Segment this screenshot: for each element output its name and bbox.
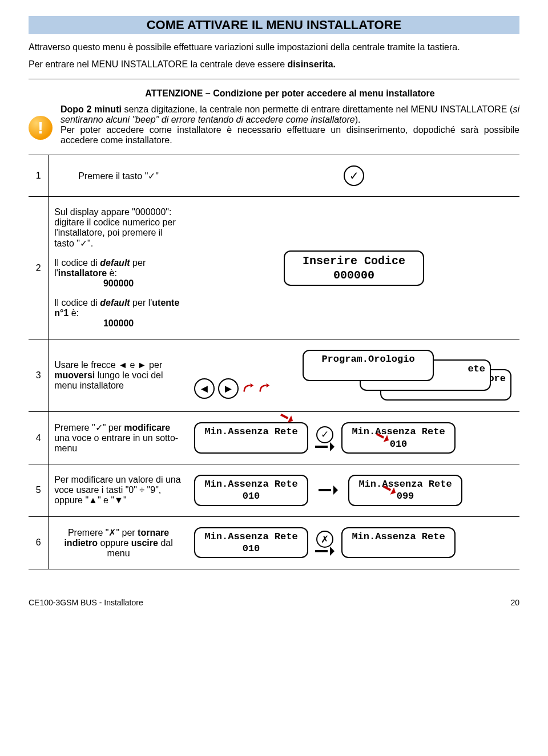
step-number: 6 bbox=[29, 516, 49, 569]
table-row: 6 Premere "✗" per tornare indietro oppur… bbox=[29, 516, 519, 569]
warn-p1b: senza digitazione, la centrale non perme… bbox=[122, 104, 513, 114]
intro-paragraph-2: Per entrare nel MENU INSTALLATORE la cen… bbox=[29, 59, 519, 70]
lcd-display: Min.Assenza Rete 010 bbox=[194, 527, 308, 559]
lcd-display: Min.Assenza Rete 010 bbox=[341, 422, 456, 454]
table-row: 5 Per modificare un valore di una voce u… bbox=[29, 464, 519, 517]
lcd-display: Min.Assenza Rete 099 bbox=[348, 475, 462, 506]
table-row: 1 Premere il tasto "✓" ✓ bbox=[29, 155, 519, 197]
txt: default bbox=[100, 298, 130, 308]
step-3-desc: Usare le frecce ◄ e ► per muoversi lungo… bbox=[49, 339, 188, 412]
step-number: 1 bbox=[29, 155, 49, 197]
step-1-graphic: ✓ bbox=[188, 155, 519, 197]
lcd-line1: Min.Assenza Rete bbox=[204, 479, 297, 490]
left-key-icon: ◄ bbox=[194, 378, 215, 399]
txt: è: bbox=[107, 268, 117, 278]
action-mid: ✗ bbox=[312, 531, 338, 555]
lcd-line2: 000000 bbox=[292, 268, 416, 282]
lcd-line1: Inserire Codice bbox=[292, 254, 416, 268]
curved-arrow-icon bbox=[258, 382, 271, 395]
page-footer: CE100-3GSM BUS - Installatore 20 bbox=[0, 581, 548, 613]
txt: Premere "✓" per bbox=[54, 423, 124, 432]
check-key-icon: ✓ bbox=[316, 426, 333, 443]
lcd-line1: ete bbox=[468, 363, 485, 374]
lcd-line2: 010 bbox=[347, 438, 450, 450]
warning-box: ATTENZIONE – Condizione per poter accede… bbox=[29, 88, 519, 145]
lcd-line1: Min.Assenza Rete bbox=[352, 426, 445, 437]
step-5-graphic: Min.Assenza Rete 010 Min.Assenza Rete 09… bbox=[188, 464, 519, 517]
txt: è: bbox=[68, 308, 79, 318]
step-4-graphic: Min.Assenza Rete ✓ Min.Assenza Rete 010 bbox=[188, 412, 519, 464]
step2-block3: Il codice di default per l'utente n°1 è:… bbox=[54, 298, 183, 329]
arrow-right-icon bbox=[315, 443, 335, 450]
table-row: 4 Premere "✓" per modificare una voce o … bbox=[29, 412, 519, 464]
step2-block1: Sul display appare "000000": digitare il… bbox=[54, 207, 183, 249]
table-row: 2 Sul display appare "000000": digitare … bbox=[29, 197, 519, 339]
step-2-desc: Sul display appare "000000": digitare il… bbox=[49, 197, 188, 339]
intro2-pre: Per entrare nel MENU INSTALLATORE la cen… bbox=[29, 59, 288, 69]
lcd-line2: 010 bbox=[200, 490, 303, 502]
action-mid: ✓ bbox=[312, 426, 338, 450]
step2-block2: Il codice di default per l'installatore … bbox=[54, 258, 183, 289]
step-6-desc: Premere "✗" per tornare indietro oppure … bbox=[49, 516, 188, 569]
txt: Usare le frecce ◄ e ► per bbox=[54, 360, 162, 370]
lcd-display: Min.Assenza Rete 010 bbox=[194, 475, 308, 506]
txt: Premere "✗" per bbox=[68, 528, 138, 537]
lcd-display: Program.Orologio bbox=[303, 350, 434, 381]
table-row: 3 Usare le frecce ◄ e ► per muoversi lun… bbox=[29, 339, 519, 412]
step-1-desc: Premere il tasto "✓" bbox=[49, 155, 188, 197]
lcd-line1: Min.Assenza Rete bbox=[352, 531, 445, 542]
step-6-graphic: Min.Assenza Rete 010 ✗ Min.Assenza Rete bbox=[188, 516, 519, 569]
footer-page-number: 20 bbox=[510, 598, 519, 607]
lcd-line2: 010 bbox=[200, 543, 303, 555]
lcd-display: Min.Assenza Rete bbox=[194, 422, 308, 454]
txt: per l' bbox=[130, 298, 152, 308]
footer-left: CE100-3GSM BUS - Installatore bbox=[29, 598, 143, 607]
intro2-bold: disinserita. bbox=[288, 59, 336, 69]
warn-p1a: Dopo 2 minuti bbox=[61, 104, 122, 114]
lcd-display: Inserire Codice 000000 bbox=[284, 250, 424, 286]
lcd-line2: 099 bbox=[354, 490, 457, 502]
step-3-graphic: ◄ ► ore ete Program.Orologio bbox=[188, 339, 519, 412]
step-number: 3 bbox=[29, 339, 49, 412]
lcd-line1: Min.Assenza Rete bbox=[204, 426, 297, 437]
arrow-right-icon bbox=[319, 487, 338, 494]
warn-p1d: ). bbox=[355, 115, 361, 124]
curved-arrow-icon bbox=[242, 382, 255, 395]
step-2-graphic: Inserire Codice 000000 bbox=[188, 197, 519, 339]
txt: muoversi bbox=[54, 370, 95, 380]
right-key-icon: ► bbox=[218, 378, 239, 399]
user-code: 100000 bbox=[54, 318, 183, 329]
cross-key-icon: ✗ bbox=[316, 531, 333, 548]
txt: oppure bbox=[98, 538, 131, 548]
step-number: 2 bbox=[29, 197, 49, 339]
installer-code: 900000 bbox=[54, 278, 183, 289]
page-title: COME ATTIVARE IL MENU INSTALLATORE bbox=[29, 16, 519, 34]
step-4-desc: Premere "✓" per modificare una voce o en… bbox=[49, 412, 188, 464]
divider bbox=[29, 79, 519, 79]
arrow-right-icon bbox=[315, 548, 335, 555]
txt: una voce o entrare in un sotto-menu bbox=[54, 433, 178, 453]
txt: Il codice di bbox=[54, 258, 100, 268]
check-key-icon: ✓ bbox=[344, 165, 364, 186]
warning-title: ATTENZIONE – Condizione per poter accede… bbox=[61, 88, 519, 99]
lcd-line1: Min.Assenza Rete bbox=[358, 479, 452, 490]
warning-icon bbox=[29, 116, 53, 140]
warning-text-2: Per poter accedere come installatore è n… bbox=[61, 125, 519, 145]
warning-text-1: Dopo 2 minuti senza digitazione, la cent… bbox=[61, 104, 519, 125]
lcd-line1: Min.Assenza Rete bbox=[204, 531, 297, 542]
intro-paragraph-1: Attraverso questo menu è possibile effet… bbox=[29, 42, 519, 52]
lcd-line1: Program.Orologio bbox=[321, 354, 414, 365]
step-number: 4 bbox=[29, 412, 49, 464]
step-5-desc: Per modificare un valore di una voce usa… bbox=[49, 464, 188, 517]
txt: installatore bbox=[58, 268, 107, 278]
txt: modificare bbox=[124, 423, 170, 432]
txt: uscire bbox=[131, 538, 158, 548]
steps-table: 1 Premere il tasto "✓" ✓ 2 Sul display a… bbox=[29, 155, 519, 569]
nav-keys: ◄ ► bbox=[194, 378, 271, 399]
txt: default bbox=[100, 258, 130, 268]
lcd-stack: ore ete Program.Orologio bbox=[303, 350, 514, 401]
step-number: 5 bbox=[29, 464, 49, 517]
lcd-display: Min.Assenza Rete bbox=[341, 527, 456, 559]
txt: Il codice di bbox=[54, 298, 100, 308]
